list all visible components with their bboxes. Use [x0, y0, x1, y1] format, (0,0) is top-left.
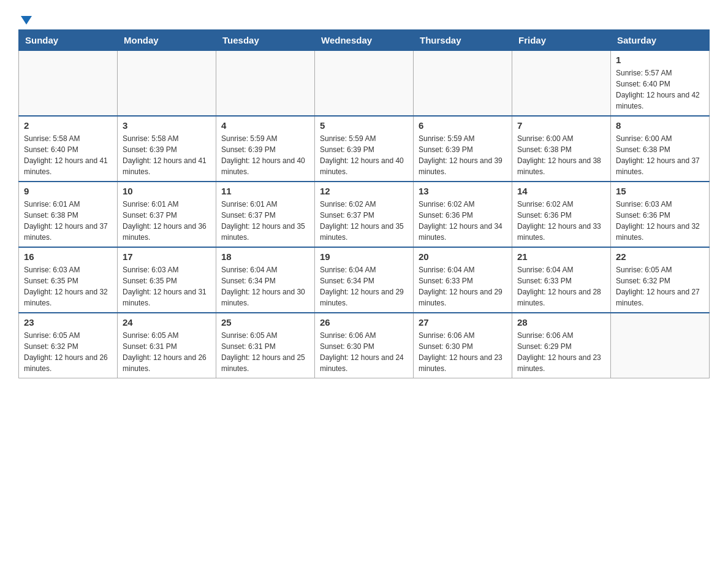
day-info: Sunrise: 6:02 AMSunset: 6:36 PMDaylight:…: [419, 199, 507, 243]
calendar-cell: [611, 313, 710, 378]
day-info: Sunrise: 5:59 AMSunset: 6:39 PMDaylight:…: [320, 133, 408, 177]
day-info: Sunrise: 6:04 AMSunset: 6:34 PMDaylight:…: [221, 264, 309, 308]
day-number: 5: [320, 120, 408, 131]
calendar-cell: [512, 51, 611, 117]
calendar-row: 16Sunrise: 6:03 AMSunset: 6:35 PMDayligh…: [19, 247, 710, 313]
day-number: 10: [123, 186, 211, 196]
day-info: Sunrise: 6:01 AMSunset: 6:38 PMDaylight:…: [24, 199, 112, 243]
page-header: [18, 12, 710, 23]
day-number: 3: [123, 120, 211, 131]
calendar-cell: 26Sunrise: 6:06 AMSunset: 6:30 PMDayligh…: [315, 313, 414, 378]
day-info: Sunrise: 6:03 AMSunset: 6:35 PMDaylight:…: [123, 264, 211, 308]
day-info: Sunrise: 6:01 AMSunset: 6:37 PMDaylight:…: [123, 199, 211, 243]
day-info: Sunrise: 6:06 AMSunset: 6:30 PMDaylight:…: [419, 330, 507, 374]
calendar-cell: 15Sunrise: 6:03 AMSunset: 6:36 PMDayligh…: [611, 182, 710, 247]
weekday-header-monday: Monday: [118, 30, 216, 51]
calendar-cell: 7Sunrise: 6:00 AMSunset: 6:38 PMDaylight…: [512, 116, 611, 182]
day-info: Sunrise: 6:04 AMSunset: 6:34 PMDaylight:…: [320, 264, 408, 308]
day-number: 1: [616, 55, 704, 65]
day-info: Sunrise: 6:06 AMSunset: 6:30 PMDaylight:…: [320, 330, 408, 374]
calendar-cell: 5Sunrise: 5:59 AMSunset: 6:39 PMDaylight…: [315, 116, 414, 182]
day-info: Sunrise: 6:00 AMSunset: 6:38 PMDaylight:…: [517, 133, 605, 177]
day-info: Sunrise: 6:02 AMSunset: 6:36 PMDaylight:…: [517, 199, 605, 243]
calendar-row: 2Sunrise: 5:58 AMSunset: 6:40 PMDaylight…: [19, 116, 710, 182]
calendar-cell: 24Sunrise: 6:05 AMSunset: 6:31 PMDayligh…: [118, 313, 216, 378]
calendar-row: 1Sunrise: 5:57 AMSunset: 6:40 PMDaylight…: [19, 51, 710, 117]
day-number: 13: [419, 186, 507, 196]
day-info: Sunrise: 6:03 AMSunset: 6:35 PMDaylight:…: [24, 264, 112, 308]
calendar-cell: [118, 51, 216, 117]
logo: [18, 12, 33, 23]
calendar-cell: 11Sunrise: 6:01 AMSunset: 6:37 PMDayligh…: [216, 182, 315, 247]
weekday-header-saturday: Saturday: [611, 30, 710, 51]
day-number: 2: [24, 120, 112, 131]
day-number: 16: [24, 251, 112, 262]
day-number: 8: [616, 120, 704, 131]
svg-marker-0: [21, 16, 32, 25]
calendar-row: 23Sunrise: 6:05 AMSunset: 6:32 PMDayligh…: [19, 313, 710, 378]
day-number: 22: [616, 251, 704, 262]
calendar-cell: [19, 51, 118, 117]
calendar-cell: 3Sunrise: 5:58 AMSunset: 6:39 PMDaylight…: [118, 116, 216, 182]
day-number: 4: [221, 120, 309, 131]
weekday-header-tuesday: Tuesday: [216, 30, 315, 51]
day-info: Sunrise: 6:04 AMSunset: 6:33 PMDaylight:…: [517, 264, 605, 308]
day-info: Sunrise: 6:05 AMSunset: 6:31 PMDaylight:…: [221, 330, 309, 374]
day-number: 24: [123, 317, 211, 327]
calendar-table: SundayMondayTuesdayWednesdayThursdayFrid…: [18, 29, 710, 378]
calendar-cell: [315, 51, 414, 117]
day-info: Sunrise: 5:59 AMSunset: 6:39 PMDaylight:…: [221, 133, 309, 177]
day-info: Sunrise: 5:57 AMSunset: 6:40 PMDaylight:…: [616, 67, 704, 112]
day-number: 9: [24, 186, 112, 196]
day-number: 7: [517, 120, 605, 131]
weekday-header-friday: Friday: [512, 30, 611, 51]
calendar-row: 9Sunrise: 6:01 AMSunset: 6:38 PMDaylight…: [19, 182, 710, 247]
calendar-cell: 14Sunrise: 6:02 AMSunset: 6:36 PMDayligh…: [512, 182, 611, 247]
calendar-cell: 1Sunrise: 5:57 AMSunset: 6:40 PMDaylight…: [611, 51, 710, 117]
day-number: 27: [419, 317, 507, 327]
day-number: 6: [419, 120, 507, 131]
weekday-header-thursday: Thursday: [414, 30, 512, 51]
day-info: Sunrise: 6:06 AMSunset: 6:29 PMDaylight:…: [517, 330, 605, 374]
day-info: Sunrise: 6:03 AMSunset: 6:36 PMDaylight:…: [616, 199, 704, 243]
calendar-cell: 9Sunrise: 6:01 AMSunset: 6:38 PMDaylight…: [19, 182, 118, 247]
day-number: 23: [24, 317, 112, 327]
calendar-cell: 19Sunrise: 6:04 AMSunset: 6:34 PMDayligh…: [315, 247, 414, 313]
day-info: Sunrise: 6:05 AMSunset: 6:32 PMDaylight:…: [24, 330, 112, 374]
calendar-cell: 22Sunrise: 6:05 AMSunset: 6:32 PMDayligh…: [611, 247, 710, 313]
day-info: Sunrise: 6:01 AMSunset: 6:37 PMDaylight:…: [221, 199, 309, 243]
day-number: 26: [320, 317, 408, 327]
day-number: 19: [320, 251, 408, 262]
day-number: 11: [221, 186, 309, 196]
calendar-cell: 25Sunrise: 6:05 AMSunset: 6:31 PMDayligh…: [216, 313, 315, 378]
weekday-header-sunday: Sunday: [19, 30, 118, 51]
day-number: 12: [320, 186, 408, 196]
calendar-cell: 10Sunrise: 6:01 AMSunset: 6:37 PMDayligh…: [118, 182, 216, 247]
calendar-cell: 13Sunrise: 6:02 AMSunset: 6:36 PMDayligh…: [414, 182, 512, 247]
calendar-cell: 18Sunrise: 6:04 AMSunset: 6:34 PMDayligh…: [216, 247, 315, 313]
day-number: 25: [221, 317, 309, 327]
calendar-cell: 8Sunrise: 6:00 AMSunset: 6:38 PMDaylight…: [611, 116, 710, 182]
logo-triangle-icon: [20, 13, 33, 27]
weekday-header-wednesday: Wednesday: [315, 30, 414, 51]
calendar-cell: 17Sunrise: 6:03 AMSunset: 6:35 PMDayligh…: [118, 247, 216, 313]
calendar-cell: 23Sunrise: 6:05 AMSunset: 6:32 PMDayligh…: [19, 313, 118, 378]
day-number: 18: [221, 251, 309, 262]
day-info: Sunrise: 6:04 AMSunset: 6:33 PMDaylight:…: [419, 264, 507, 308]
calendar-cell: 16Sunrise: 6:03 AMSunset: 6:35 PMDayligh…: [19, 247, 118, 313]
calendar-cell: 4Sunrise: 5:59 AMSunset: 6:39 PMDaylight…: [216, 116, 315, 182]
day-number: 14: [517, 186, 605, 196]
calendar-cell: 6Sunrise: 5:59 AMSunset: 6:39 PMDaylight…: [414, 116, 512, 182]
day-info: Sunrise: 6:05 AMSunset: 6:31 PMDaylight:…: [123, 330, 211, 374]
day-info: Sunrise: 5:58 AMSunset: 6:40 PMDaylight:…: [24, 133, 112, 177]
day-number: 20: [419, 251, 507, 262]
day-info: Sunrise: 6:00 AMSunset: 6:38 PMDaylight:…: [616, 133, 704, 177]
calendar-cell: 2Sunrise: 5:58 AMSunset: 6:40 PMDaylight…: [19, 116, 118, 182]
weekday-header-row: SundayMondayTuesdayWednesdayThursdayFrid…: [19, 30, 710, 51]
calendar-cell: 27Sunrise: 6:06 AMSunset: 6:30 PMDayligh…: [414, 313, 512, 378]
day-info: Sunrise: 6:05 AMSunset: 6:32 PMDaylight:…: [616, 264, 704, 308]
calendar-cell: [414, 51, 512, 117]
day-info: Sunrise: 6:02 AMSunset: 6:37 PMDaylight:…: [320, 199, 408, 243]
day-number: 21: [517, 251, 605, 262]
calendar-cell: 20Sunrise: 6:04 AMSunset: 6:33 PMDayligh…: [414, 247, 512, 313]
